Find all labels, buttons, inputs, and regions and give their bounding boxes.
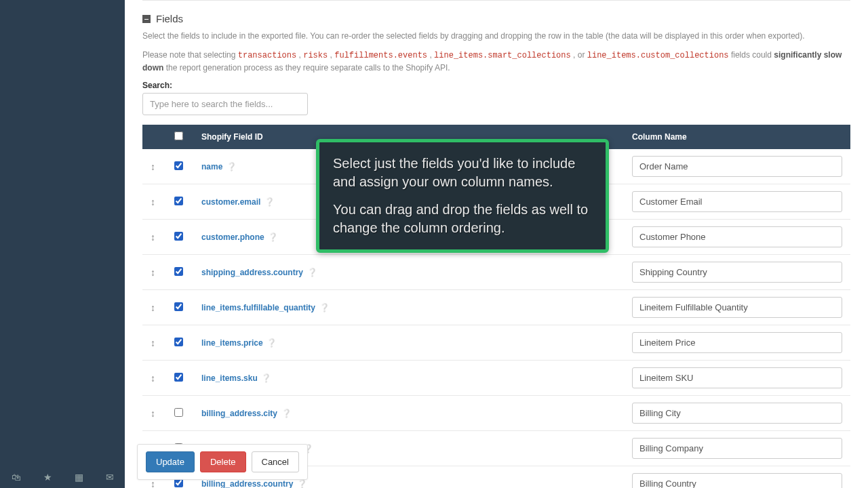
field-id-link[interactable]: name — [201, 162, 222, 171]
drag-handle[interactable]: ↕ — [142, 290, 163, 325]
help-icon[interactable]: ❔ — [297, 479, 307, 488]
drag-handle[interactable]: ↕ — [142, 361, 163, 396]
help-icon[interactable]: ❔ — [319, 303, 330, 312]
field-id-link[interactable]: shipping_address.country — [201, 268, 303, 277]
help-icon[interactable]: ❔ — [261, 373, 271, 383]
cancel-button[interactable]: Cancel — [252, 451, 299, 472]
row-checkbox[interactable] — [174, 408, 183, 417]
star-icon[interactable]: ★ — [43, 472, 52, 483]
sidebar: 🛍 ★ ▦ ✉ — [0, 0, 125, 488]
row-checkbox[interactable] — [174, 373, 183, 382]
search-input[interactable] — [142, 93, 308, 115]
column-name-input[interactable] — [632, 297, 842, 318]
field-id-link[interactable]: billing_address.country — [201, 479, 293, 488]
table-row[interactable]: ↕shipping_address.country ❔ — [142, 255, 850, 290]
column-name-input[interactable] — [632, 156, 842, 177]
table-row[interactable]: ↕line_items.fulfillable_quantity ❔ — [142, 290, 850, 325]
code-fulfillments: fulfillments.events — [334, 51, 427, 60]
column-name-input[interactable] — [632, 191, 842, 212]
drag-handle[interactable]: ↕ — [142, 149, 163, 184]
row-checkbox[interactable] — [174, 197, 183, 205]
header-column-name: Column Name — [624, 125, 850, 149]
field-id-link[interactable]: customer.email — [201, 197, 260, 207]
drag-handle[interactable]: ↕ — [142, 255, 163, 290]
sidebar-footer-icons: 🛍 ★ ▦ ✉ — [0, 466, 125, 488]
section-title: Fields — [156, 13, 183, 24]
column-name-input[interactable] — [632, 438, 842, 459]
column-name-input[interactable] — [632, 403, 842, 424]
search-label: Search: — [142, 81, 850, 90]
collapse-icon[interactable] — [142, 15, 151, 23]
description-line1: Select the fields to include in the expo… — [142, 30, 850, 42]
select-all-checkbox[interactable] — [174, 131, 183, 140]
code-risks: risks — [303, 51, 328, 60]
divider — [142, 0, 850, 1]
header-check — [163, 125, 193, 149]
row-checkbox[interactable] — [174, 338, 183, 346]
code-smart-collections: line_items.smart_collections — [434, 51, 571, 60]
drag-handle[interactable]: ↕ — [142, 220, 163, 255]
column-name-input[interactable] — [632, 473, 842, 488]
grid-icon[interactable]: ▦ — [75, 472, 83, 483]
callout-p1: Select just the fields you'd like to inc… — [333, 155, 592, 191]
delete-button[interactable]: Delete — [200, 451, 246, 472]
column-name-input[interactable] — [632, 262, 842, 283]
column-name-input[interactable] — [632, 332, 842, 353]
description-line2: Please note that selecting transactions … — [142, 49, 850, 74]
drag-handle[interactable]: ↕ — [142, 325, 163, 361]
row-checkbox[interactable] — [174, 267, 183, 276]
table-row[interactable]: ↕billing_address.city ❔ — [142, 396, 850, 431]
table-row[interactable]: ↕line_items.price ❔ — [142, 325, 850, 361]
help-icon[interactable]: ❔ — [268, 232, 278, 242]
field-id-link[interactable]: billing_address.city — [201, 409, 277, 418]
drag-handle[interactable]: ↕ — [142, 184, 163, 220]
update-button[interactable]: Update — [146, 451, 195, 472]
help-icon[interactable]: ❔ — [281, 409, 292, 418]
row-checkbox[interactable] — [174, 161, 183, 170]
code-custom-collections: line_items.custom_collections — [587, 51, 729, 60]
help-icon[interactable]: ❔ — [226, 162, 237, 171]
drag-handle[interactable]: ↕ — [142, 396, 163, 431]
tutorial-callout: Select just the fields you'd like to inc… — [316, 139, 609, 253]
row-checkbox[interactable] — [174, 302, 183, 311]
field-id-link[interactable]: line_items.sku — [201, 373, 258, 383]
field-id-link[interactable]: customer.phone — [201, 232, 264, 242]
column-name-input[interactable] — [632, 367, 842, 388]
action-button-bar: Update Delete Cancel — [137, 444, 308, 480]
section-header: Fields — [142, 13, 850, 24]
callout-p2: You can drag and drop the fields as well… — [333, 201, 592, 237]
table-row[interactable]: ↕line_items.sku ❔ — [142, 361, 850, 396]
header-drag — [142, 125, 163, 149]
help-icon[interactable]: ❔ — [307, 268, 317, 277]
mail-icon[interactable]: ✉ — [106, 472, 114, 483]
bag-icon[interactable]: 🛍 — [12, 472, 21, 483]
field-id-link[interactable]: line_items.price — [201, 338, 263, 348]
row-checkbox[interactable] — [174, 232, 183, 241]
help-icon[interactable]: ❔ — [264, 197, 275, 207]
code-transactions: transactions — [238, 51, 296, 60]
column-name-input[interactable] — [632, 226, 842, 247]
help-icon[interactable]: ❔ — [267, 338, 277, 348]
field-id-link[interactable]: line_items.fulfillable_quantity — [201, 303, 315, 312]
